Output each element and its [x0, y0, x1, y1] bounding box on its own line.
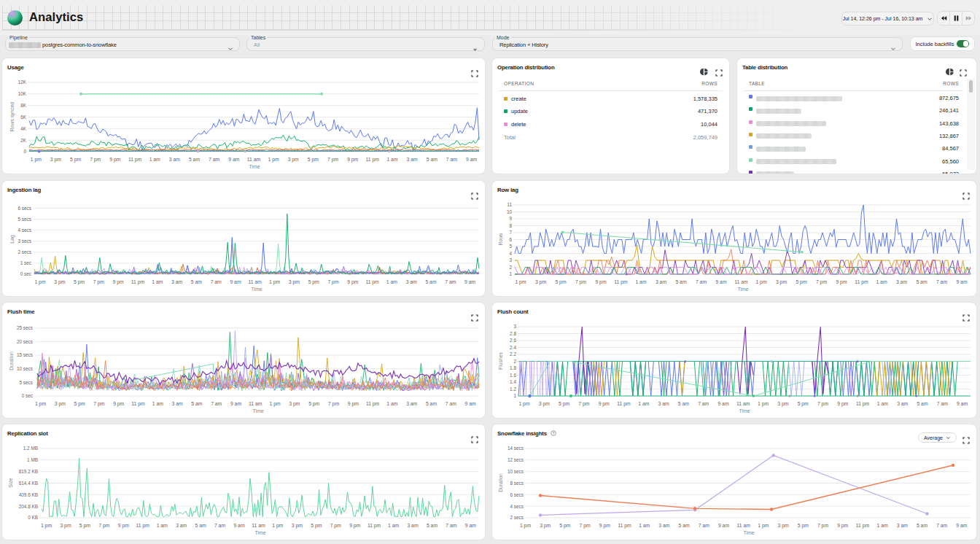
- svg-text:1 pm: 1 pm: [755, 279, 766, 285]
- svg-text:4 secs: 4 secs: [510, 504, 524, 509]
- svg-text:7 pm: 7 pm: [330, 523, 341, 529]
- svg-text:3 pm: 3 pm: [535, 279, 546, 285]
- svg-text:5 am: 5 am: [427, 523, 438, 528]
- svg-text:5 secs: 5 secs: [20, 380, 33, 385]
- svg-text:5 pm: 5 pm: [555, 279, 566, 285]
- svg-text:11 am: 11 am: [737, 523, 751, 528]
- svg-text:2.8: 2.8: [510, 331, 516, 336]
- svg-text:4K: 4K: [20, 126, 27, 131]
- svg-text:7 am: 7 am: [446, 401, 456, 406]
- svg-text:3 pm: 3 pm: [292, 523, 303, 529]
- svg-text:5 pm: 5 pm: [74, 401, 85, 407]
- svg-text:5 am: 5 am: [427, 157, 438, 162]
- svg-text:0 sec: 0 sec: [22, 393, 34, 398]
- svg-text:7 am: 7 am: [698, 401, 709, 406]
- svg-text:2.6: 2.6: [510, 338, 516, 343]
- svg-text:1.6: 1.6: [510, 373, 516, 378]
- svg-text:7 am: 7 am: [211, 401, 222, 406]
- svg-text:1 am: 1 am: [386, 279, 397, 284]
- svg-text:5 am: 5 am: [195, 523, 206, 528]
- svg-text:11 am: 11 am: [252, 523, 265, 528]
- svg-text:7 pm: 7 pm: [93, 279, 104, 285]
- svg-text:9 pm: 9 pm: [109, 157, 120, 163]
- svg-text:1 pm: 1 pm: [35, 401, 46, 407]
- svg-text:9 pm: 9 pm: [113, 279, 124, 285]
- svg-text:8K: 8K: [20, 103, 27, 108]
- svg-text:3 pm: 3 pm: [289, 279, 300, 285]
- svg-text:9 am: 9 am: [718, 523, 729, 528]
- svg-text:1 pm: 1 pm: [515, 279, 526, 285]
- svg-text:11 am: 11 am: [249, 401, 262, 406]
- svg-text:3 am: 3 am: [407, 157, 418, 162]
- svg-text:9 pm: 9 pm: [348, 401, 359, 407]
- svg-text:2K: 2K: [20, 138, 27, 143]
- svg-text:11 pm: 11 pm: [366, 401, 380, 407]
- svg-text:7 am: 7 am: [696, 279, 707, 284]
- svg-text:9 am: 9 am: [465, 401, 476, 406]
- svg-text:1.8: 1.8: [510, 365, 516, 370]
- svg-text:10K: 10K: [18, 91, 27, 96]
- svg-text:9 am: 9 am: [233, 523, 244, 528]
- svg-text:3 pm: 3 pm: [777, 401, 788, 407]
- svg-text:7 pm: 7 pm: [580, 523, 591, 529]
- svg-text:Lag: Lag: [9, 235, 15, 244]
- svg-text:3: 3: [513, 324, 516, 329]
- svg-text:11 pm: 11 pm: [856, 523, 870, 529]
- svg-text:5 am: 5 am: [917, 401, 928, 406]
- svg-text:5 am: 5 am: [426, 401, 437, 406]
- svg-text:5 am: 5 am: [191, 279, 202, 284]
- svg-text:5 am: 5 am: [675, 279, 686, 284]
- svg-text:1 pm: 1 pm: [758, 401, 769, 407]
- svg-text:9 pm: 9 pm: [349, 523, 360, 529]
- svg-text:3 am: 3 am: [172, 401, 183, 406]
- svg-text:1 am: 1 am: [876, 279, 887, 284]
- svg-text:2 secs: 2 secs: [510, 515, 524, 520]
- svg-text:3 am: 3 am: [406, 279, 417, 284]
- svg-text:3 am: 3 am: [407, 523, 418, 528]
- svg-text:7 pm: 7 pm: [578, 401, 589, 407]
- svg-text:1 am: 1 am: [149, 157, 160, 162]
- svg-text:3 am: 3 am: [169, 157, 180, 162]
- svg-text:3 am: 3 am: [897, 523, 908, 528]
- svg-text:4 secs: 4 secs: [18, 228, 31, 233]
- svg-text:1 am: 1 am: [152, 401, 163, 406]
- svg-text:1 sec: 1 sec: [20, 260, 32, 265]
- svg-text:11 pm: 11 pm: [365, 279, 379, 285]
- svg-text:3 am: 3 am: [658, 523, 669, 528]
- svg-text:7 am: 7 am: [699, 523, 709, 528]
- svg-text:2.4: 2.4: [510, 345, 516, 350]
- svg-text:3: 3: [509, 257, 512, 263]
- svg-text:9 am: 9 am: [957, 401, 968, 406]
- svg-text:9 am: 9 am: [715, 279, 726, 284]
- svg-text:1 am: 1 am: [386, 157, 397, 162]
- svg-text:Time: Time: [739, 408, 750, 413]
- svg-text:8 secs: 8 secs: [510, 481, 524, 486]
- svg-text:9: 9: [509, 216, 512, 221]
- svg-text:9 am: 9 am: [230, 279, 241, 284]
- svg-text:614.4 KB: 614.4 KB: [19, 481, 38, 486]
- svg-text:11 am: 11 am: [734, 279, 748, 284]
- svg-text:7 pm: 7 pm: [817, 401, 828, 407]
- svg-text:7 am: 7 am: [445, 279, 456, 284]
- svg-text:7 am: 7 am: [446, 157, 457, 162]
- svg-text:15 secs: 15 secs: [17, 352, 33, 357]
- svg-text:3 pm: 3 pm: [288, 157, 299, 163]
- svg-text:6 secs: 6 secs: [510, 492, 524, 497]
- svg-text:11 pm: 11 pm: [131, 401, 145, 407]
- svg-text:1 pm: 1 pm: [41, 523, 52, 529]
- svg-text:11 pm: 11 pm: [617, 401, 631, 407]
- svg-text:5 am: 5 am: [189, 157, 200, 162]
- svg-text:11 pm: 11 pm: [128, 157, 142, 163]
- svg-text:9 am: 9 am: [718, 401, 728, 406]
- svg-text:14 secs: 14 secs: [508, 446, 524, 451]
- svg-text:9 pm: 9 pm: [347, 157, 358, 163]
- svg-text:3 pm: 3 pm: [60, 523, 71, 529]
- svg-text:10 secs: 10 secs: [17, 366, 33, 371]
- svg-text:9 pm: 9 pm: [347, 279, 358, 285]
- svg-text:1 pm: 1 pm: [520, 523, 531, 529]
- svg-text:1 pm: 1 pm: [518, 401, 529, 407]
- svg-text:11 am: 11 am: [249, 279, 262, 284]
- svg-text:6 secs: 6 secs: [18, 206, 31, 211]
- svg-text:409.6 KB: 409.6 KB: [19, 492, 38, 497]
- svg-text:2: 2: [513, 359, 516, 364]
